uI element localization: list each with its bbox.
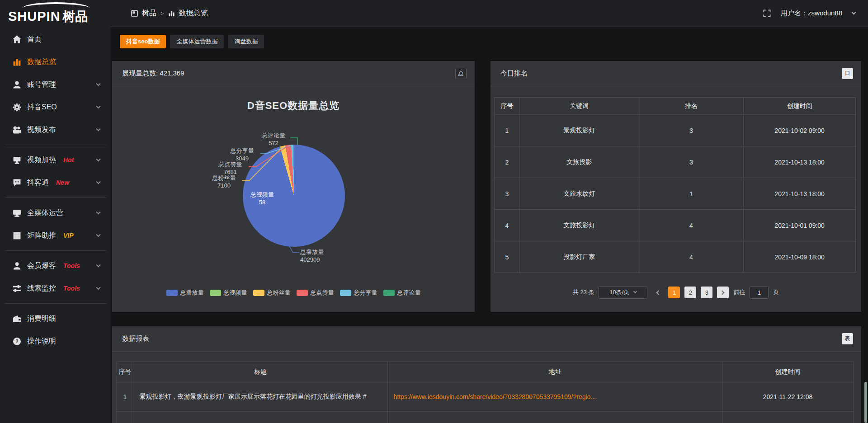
- prev-page-button[interactable]: [652, 287, 664, 298]
- video-link[interactable]: https://www.iesdouyin.com/share/video/70…: [388, 382, 722, 412]
- report-table: 序号 标题 地址 创建时间 1 景观投影灯，夜游景观投影灯厂家展示展示落花灯在花…: [117, 362, 854, 423]
- pie-label-plays: 总播放量402909: [300, 248, 341, 263]
- legend-item[interactable]: 总点赞量: [297, 289, 334, 297]
- table-row[interactable]: 1 景观投影灯，夜游景观投影灯厂家展示展示落花灯在花园里的灯光投影应用效果 # …: [117, 382, 854, 412]
- chart-total-button[interactable]: 总: [455, 68, 467, 79]
- sidebar-item-consumption-detail[interactable]: 消费明细: [0, 307, 111, 330]
- page-button-3[interactable]: 3: [701, 287, 712, 298]
- goto-page-input[interactable]: [750, 286, 769, 299]
- next-page-button[interactable]: [717, 287, 729, 298]
- question-icon: ?: [13, 337, 21, 346]
- page-size-select[interactable]: 10条/页: [599, 286, 647, 299]
- gear-icon: [13, 103, 21, 112]
- tab-inquiry-data[interactable]: 询盘数据: [228, 35, 264, 48]
- sidebar-item-account[interactable]: 账号管理: [0, 73, 111, 96]
- data-tabs: 抖音seo数据 全媒体运营数据 询盘数据: [120, 35, 264, 48]
- today-ranking-panel: 今日排名 日 序号 关键词 排名 创建时间 1景观投影灯32021-10-02 …: [491, 61, 861, 312]
- sidebar-item-label: 抖客通: [27, 178, 49, 188]
- logo-arc: [23, 2, 90, 8]
- sidebar-item-home[interactable]: 首页: [0, 28, 111, 51]
- bar-chart-icon: [13, 58, 21, 66]
- legend-item[interactable]: 总播放量: [166, 289, 204, 297]
- sidebar-item-label: 视频加热: [27, 155, 56, 165]
- wallet-icon: [13, 315, 21, 323]
- sidebar-item-video-publish[interactable]: 视频发布: [0, 118, 111, 141]
- monitor-icon: [13, 209, 21, 217]
- sidebar-item-label: 视频发布: [27, 125, 56, 135]
- table-header-row: 序号 标题 地址 创建时间: [117, 362, 854, 382]
- video-camera-icon: [13, 126, 21, 134]
- goto-label: 前往: [733, 288, 745, 296]
- breadcrumb-separator: >: [160, 10, 164, 17]
- ranking-day-button[interactable]: 日: [842, 68, 853, 79]
- pie-label-fans: 总粉丝量7100: [207, 174, 241, 189]
- legend-item[interactable]: 总分享量: [340, 289, 377, 297]
- sidebar-item-douyin-seo[interactable]: 抖音SEO: [0, 96, 111, 118]
- table-header-row: 序号 关键词 排名 创建时间: [495, 98, 856, 115]
- breadcrumb-current[interactable]: 数据总览: [179, 9, 208, 18]
- legend-swatch: [340, 290, 351, 296]
- tab-douyin-seo-data[interactable]: 抖音seo数据: [120, 35, 166, 48]
- table-row[interactable]: 2文旅投影32021-10-13 18:00: [495, 146, 856, 178]
- sidebar-item-label: 消费明细: [27, 314, 56, 324]
- chart-legend: 总播放量 总视频量 总粉丝量 总点赞量 总分享量 总评论量: [112, 289, 475, 297]
- sidebar: SHUPIN 树品 首页 数据总览 账号管理 抖音SEO 视频发布: [0, 0, 111, 423]
- data-report-panel: 数据报表 表 序号 标题 地址 创建时间 1 景观投影灯，夜游景观投影灯厂家展示…: [112, 326, 861, 423]
- sidebar-item-video-heat[interactable]: 视频加热 Hot: [0, 149, 111, 171]
- table-row[interactable]: 5投影灯厂家42021-10-09 18:00: [495, 241, 856, 273]
- seo-chart-panel: 展现量总数: 421,369 总 D音SEO数据量总览 总评论量572 总分享量…: [112, 61, 475, 312]
- vip-badge: VIP: [63, 232, 74, 239]
- screen-icon: [13, 156, 21, 164]
- pagination: 共 23 条 10条/页 1 2 3 前往 页: [491, 286, 861, 299]
- col-created: 创建时间: [744, 98, 856, 115]
- page-button-2[interactable]: 2: [684, 287, 696, 298]
- table-row[interactable]: 4文旅投影灯42021-10-01 09:00: [495, 210, 856, 241]
- menu-divider: [5, 303, 106, 304]
- chevron-down-icon: [96, 263, 101, 267]
- pie-label-shares: 总分享量3049: [225, 147, 259, 162]
- sidebar-item-media-operation[interactable]: 全媒体运营: [0, 202, 111, 224]
- chevron-down-icon: [96, 285, 101, 290]
- sidebar-item-member-boom[interactable]: 会员爆客 Tools: [0, 254, 111, 277]
- legend-item[interactable]: 总粉丝量: [253, 289, 291, 297]
- legend-swatch: [210, 290, 221, 296]
- pagination-total: 共 23 条: [573, 288, 594, 296]
- username-label[interactable]: 用户名：zswodun88: [781, 9, 842, 18]
- col-index: 序号: [117, 362, 133, 382]
- topbar: 树品 > 数据总览 用户名：zswodun88: [111, 0, 868, 27]
- sidebar-item-data-overview[interactable]: 数据总览: [0, 51, 111, 73]
- fullscreen-icon[interactable]: [763, 9, 771, 17]
- new-badge: New: [56, 179, 69, 186]
- vertical-scrollbar[interactable]: [864, 382, 867, 423]
- sidebar-item-matrix-boost[interactable]: 矩阵助推 VIP: [0, 224, 111, 247]
- sidebar-item-label: 线索监控: [27, 284, 56, 293]
- legend-item[interactable]: 总评论量: [383, 289, 421, 297]
- col-url: 地址: [388, 362, 722, 382]
- page-button-1[interactable]: 1: [668, 287, 680, 298]
- chat-icon: [13, 179, 21, 187]
- sidebar-item-label: 账号管理: [27, 80, 56, 89]
- chevron-down-icon: [96, 157, 101, 161]
- dashboard-icon: [131, 10, 138, 17]
- tab-media-operation-data[interactable]: 全媒体运营数据: [170, 35, 224, 48]
- report-panel-title: 数据报表: [122, 334, 149, 343]
- chevron-down-icon: [96, 179, 101, 184]
- chevron-down-icon: [96, 232, 101, 237]
- breadcrumb-root[interactable]: 树品: [142, 9, 156, 18]
- col-keyword: 关键词: [519, 98, 639, 115]
- table-row[interactable]: [117, 412, 854, 423]
- sidebar-item-clue-monitor[interactable]: 线索监控 Tools: [0, 277, 111, 300]
- chevron-down-icon: [96, 104, 101, 108]
- bar-chart-icon: [168, 10, 175, 17]
- ranking-panel-title: 今日排名: [500, 69, 528, 78]
- pie-label-likes: 总点赞量7681: [213, 160, 247, 176]
- report-table-button[interactable]: 表: [842, 333, 853, 344]
- table-row[interactable]: 3文旅水纹灯12021-10-13 18:00: [495, 178, 856, 210]
- impressions-total-label: 展现量总数: 421,369: [122, 69, 184, 78]
- sidebar-item-help[interactable]: ? 操作说明: [0, 330, 111, 352]
- hot-badge: Hot: [63, 156, 74, 164]
- sidebar-item-doukertong[interactable]: 抖客通 New: [0, 171, 111, 194]
- chevron-down-icon: [96, 127, 101, 131]
- legend-item[interactable]: 总视频量: [210, 289, 247, 297]
- table-row[interactable]: 1景观投影灯32021-10-02 09:00: [495, 115, 856, 146]
